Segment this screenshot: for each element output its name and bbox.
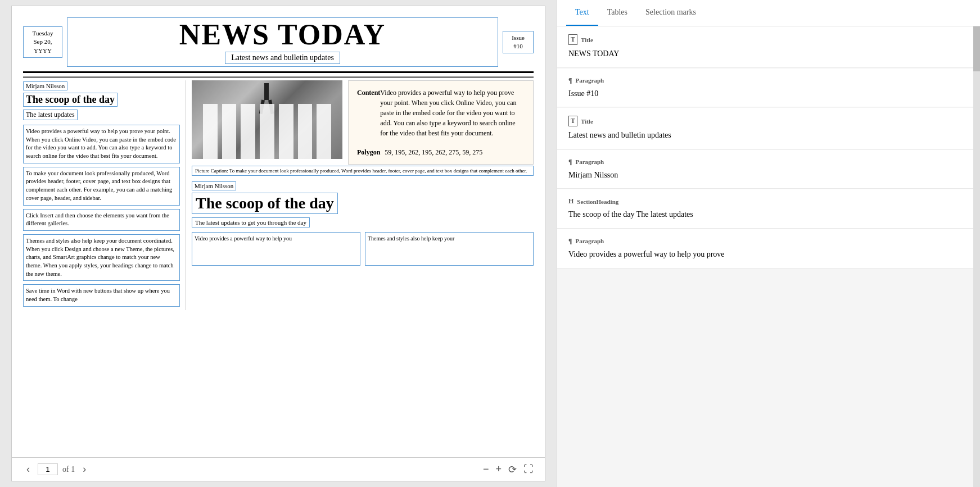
card-type-1: ¶ Paragraph <box>568 76 962 85</box>
stripe-2 <box>222 104 237 159</box>
text-block-3: Click Insert and then choose the element… <box>23 209 180 231</box>
paragraph-icon-1: ¶ <box>568 76 572 85</box>
popup-polygon-data: 59, 195, 262, 195, 262, 275, 59, 275 <box>385 147 482 157</box>
right-panel-wrapper: T Title NEWS TODAY ¶ Paragraph Issue #10… <box>557 26 980 487</box>
newspaper-title: NEWS TODAY <box>67 20 498 49</box>
popup-polygon-label: Polygon <box>357 147 380 157</box>
data-card-1: ¶ Paragraph Issue #10 <box>557 69 973 108</box>
card-value-1: Issue #10 <box>568 88 962 99</box>
date-line3: YYYY <box>34 47 52 54</box>
lower-section: Mirjam Nilsson The scoop of the day The … <box>192 180 534 266</box>
date-box: Tuesday Sep 20, YYYY <box>23 26 62 58</box>
rotate-button[interactable]: ⟳ <box>508 463 517 476</box>
section-sub-1: The latest updates <box>23 110 78 120</box>
data-card-4: H SectionHeading The scoop of the day Th… <box>557 189 973 229</box>
author-label-1: Mirjam Nilsson <box>23 81 67 90</box>
scrollbar-thumb[interactable] <box>973 26 980 71</box>
image-container <box>192 80 342 159</box>
tab-selection-marks[interactable]: Selection marks <box>636 0 705 26</box>
bottom-col-1: Video provides a powerful way to help yo… <box>192 232 360 266</box>
card-type-2: T Title <box>568 116 962 126</box>
doc-toolbar: ‹ of 1 › − + ⟳ ⛶ <box>11 458 545 481</box>
card-type-3: ¶ Paragraph <box>568 158 962 166</box>
stripe-5 <box>279 104 293 159</box>
card-value-2: Latest news and bulletin updates <box>568 130 962 141</box>
main-columns: Mirjam Nilsson The scoop of the day The … <box>23 80 534 310</box>
date-line1: Tuesday <box>33 30 53 37</box>
text-block-5: Save time in Word with new buttons that … <box>23 284 180 306</box>
card-type-0: T Title <box>568 34 962 45</box>
card-value-4: The scoop of the day The latest updates <box>568 209 962 220</box>
next-page-button[interactable]: › <box>79 462 89 476</box>
issue-text: Issue#10 <box>512 34 525 49</box>
zoom-controls: − + ⟳ ⛶ <box>483 463 534 476</box>
data-card-5: ¶ Paragraph Video provides a powerful wa… <box>557 229 973 268</box>
zoom-out-button[interactable]: − <box>483 463 489 475</box>
paragraph-icon-5: ¶ <box>568 237 572 245</box>
crosswalk-image <box>192 80 342 159</box>
left-column: Mirjam Nilsson The scoop of the day The … <box>23 80 186 310</box>
right-panel: Text Tables Selection marks T Title NEWS… <box>557 0 980 487</box>
section-heading-1: The scoop of the day <box>23 93 118 107</box>
stripe-7 <box>317 104 331 159</box>
stripe-4 <box>260 104 274 159</box>
of-pages-label: of 1 <box>62 465 75 474</box>
author-label-2: Mirjam Nilsson <box>192 181 236 190</box>
image-caption: Picture Caption: To make your document l… <box>192 166 534 176</box>
svg-rect-0 <box>264 83 269 100</box>
text-block-4: Themes and styles also help keep your do… <box>23 234 180 281</box>
crosswalk-stripes <box>192 104 342 159</box>
title-icon-0: T <box>568 34 577 45</box>
big-heading-2: The scoop of the day <box>192 193 338 214</box>
bottom-text-2: Themes and styles also help keep your <box>365 232 534 266</box>
section-divider <box>23 76 534 78</box>
data-card-0: T Title NEWS TODAY <box>557 26 973 68</box>
image-popup-area: Content Video provides a powerful way to… <box>192 80 534 165</box>
doc-page: Tuesday Sep 20, YYYY NEWS TODAY Latest n… <box>11 6 545 458</box>
date-line2: Sep 20, <box>34 38 52 45</box>
tab-tables[interactable]: Tables <box>598 0 636 26</box>
document-viewer: Tuesday Sep 20, YYYY NEWS TODAY Latest n… <box>0 0 557 487</box>
paragraph-icon-3: ¶ <box>568 158 572 166</box>
stripe-6 <box>298 104 313 159</box>
prev-page-button[interactable]: ‹ <box>23 462 33 476</box>
section-icon-4: H <box>568 197 573 206</box>
text-block-1: Video provides a powerful way to help yo… <box>23 125 180 163</box>
right-column: Content Video provides a powerful way to… <box>186 80 534 310</box>
card-type-4: H SectionHeading <box>568 197 962 206</box>
data-card-3: ¶ Paragraph Mirjam Nilsson <box>557 150 973 189</box>
issue-box: Issue#10 <box>503 31 534 54</box>
title-area: NEWS TODAY Latest news and bulletin upda… <box>67 17 498 67</box>
bottom-text-1: Video provides a powerful way to help yo… <box>192 232 360 266</box>
zoom-in-button[interactable]: + <box>495 463 502 475</box>
bottom-columns: Video provides a powerful way to help yo… <box>192 232 534 266</box>
right-panel-tabs: Text Tables Selection marks <box>557 0 980 26</box>
newspaper-header: Tuesday Sep 20, YYYY NEWS TODAY Latest n… <box>23 17 534 73</box>
bottom-col-2: Themes and styles also help keep your <box>365 232 534 266</box>
text-block-2: To make your document look professionall… <box>23 167 180 206</box>
card-value-5: Video provides a powerful way to help yo… <box>568 249 962 260</box>
page-number-input[interactable] <box>38 463 58 475</box>
tab-text[interactable]: Text <box>566 0 598 26</box>
fullscreen-button[interactable]: ⛶ <box>523 463 534 475</box>
card-value-3: Mirjam Nilsson <box>568 170 962 181</box>
card-type-5: ¶ Paragraph <box>568 237 962 245</box>
title-icon-2: T <box>568 116 577 126</box>
data-card-2: T Title Latest news and bulletin updates <box>557 108 973 149</box>
popup-content-text: Video provides a powerful way to help yo… <box>380 88 525 138</box>
right-scrollbar[interactable] <box>973 26 980 487</box>
latest-updates-2: The latest updates to get you through th… <box>192 217 310 227</box>
stripe-1 <box>203 104 218 159</box>
card-value-0: NEWS TODAY <box>568 48 962 60</box>
right-panel-content: T Title NEWS TODAY ¶ Paragraph Issue #10… <box>557 26 973 487</box>
popup-content-label: Content <box>357 88 380 139</box>
newspaper-subtitle: Latest news and bulletin updates <box>225 52 340 64</box>
content-popup: Content Video provides a powerful way to… <box>348 80 534 165</box>
stripe-3 <box>241 104 255 159</box>
